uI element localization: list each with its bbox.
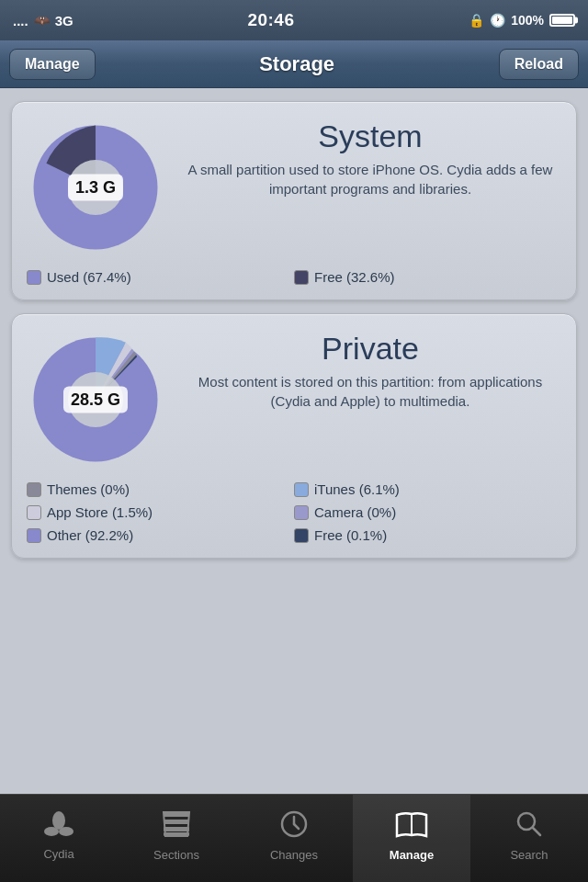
private-pie-label: 28.5 G	[63, 387, 128, 413]
nav-title: Storage	[259, 52, 334, 76]
svg-point-6	[52, 811, 65, 830]
tab-manage-label: Manage	[390, 848, 434, 862]
legend-item-appstore: App Store (1.5%)	[27, 504, 294, 520]
legend-label-private-free: Free (0.1%)	[314, 527, 387, 543]
system-legend: Used (67.4%) Free (32.6%)	[27, 269, 561, 285]
private-desc: Most content is stored on this partition…	[179, 372, 561, 411]
private-card: 28.5 G Private Most content is stored on…	[11, 313, 577, 559]
legend-label-itunes: iTunes (6.1%)	[314, 481, 400, 497]
cydia-icon	[44, 811, 74, 843]
tab-search[interactable]: Search	[470, 795, 588, 882]
legend-box-appstore	[27, 505, 41, 520]
status-left: .... 🦇 3G	[13, 13, 74, 28]
status-right: 🔒 🕐 100%	[469, 13, 575, 28]
status-time: 20:46	[247, 10, 294, 30]
legend-label-themes: Themes (0%)	[47, 481, 130, 497]
system-pie-container: 1.3 G	[27, 119, 164, 256]
main-content: 1.3 G System A small partition used to s…	[0, 88, 588, 794]
reload-button[interactable]: Reload	[499, 49, 579, 80]
legend-label-used: Used (67.4%)	[47, 269, 131, 285]
signal-text: ....	[13, 13, 28, 28]
manage-icon	[395, 810, 428, 844]
svg-line-17	[533, 828, 540, 835]
legend-box-free	[294, 270, 309, 285]
system-card-top: 1.3 G System A small partition used to s…	[27, 119, 561, 256]
tab-search-label: Search	[510, 848, 548, 862]
svg-line-14	[294, 824, 299, 829]
tab-sections[interactable]: Sections	[118, 795, 235, 882]
batman-icon: 🦇	[34, 13, 50, 28]
legend-item-used: Used (67.4%)	[27, 269, 294, 285]
legend-box-themes	[27, 482, 41, 497]
tab-manage[interactable]: Manage	[353, 795, 470, 882]
legend-label-camera: Camera (0%)	[314, 504, 396, 520]
clock-icon: 🕐	[490, 13, 505, 28]
legend-box-private-free	[294, 528, 309, 543]
system-title: System	[179, 119, 561, 154]
manage-button[interactable]: Manage	[9, 49, 96, 80]
system-card: 1.3 G System A small partition used to s…	[11, 101, 577, 300]
legend-box-itunes	[294, 482, 309, 497]
battery-percent: 100%	[511, 13, 544, 28]
svg-rect-9	[164, 827, 189, 831]
legend-label-other: Other (92.2%)	[47, 527, 133, 543]
legend-item-camera: Camera (0%)	[294, 504, 561, 520]
tab-changes[interactable]: Changes	[235, 795, 353, 882]
tab-bar: Cydia Sections Changes	[0, 794, 588, 882]
legend-box-other	[27, 528, 41, 543]
sections-icon	[162, 810, 191, 844]
legend-label-free: Free (32.6%)	[314, 269, 395, 285]
tab-cydia[interactable]: Cydia	[0, 795, 118, 882]
private-title: Private	[179, 331, 561, 367]
network-type: 3G	[55, 13, 74, 28]
system-desc: A small partition used to store iPhone O…	[179, 160, 561, 198]
battery-icon	[549, 14, 575, 27]
private-card-top: 28.5 G Private Most content is stored on…	[27, 331, 561, 469]
tab-changes-label: Changes	[270, 848, 318, 862]
system-card-text: System A small partition used to store i…	[179, 119, 561, 198]
private-card-text: Private Most content is stored on this p…	[179, 331, 561, 411]
lock-icon: 🔒	[469, 13, 484, 28]
legend-box-used	[27, 270, 41, 285]
status-bar: .... 🦇 3G 20:46 🔒 🕐 100%	[0, 0, 588, 40]
legend-item-themes: Themes (0%)	[27, 481, 294, 497]
tab-cydia-label: Cydia	[43, 847, 74, 861]
legend-item-free: Free (32.6%)	[294, 269, 561, 285]
changes-icon	[280, 810, 308, 844]
private-pie-container: 28.5 G	[27, 331, 164, 469]
search-icon	[515, 810, 543, 844]
system-pie-label: 1.3 G	[68, 175, 123, 201]
legend-item-private-free: Free (0.1%)	[294, 527, 561, 543]
legend-item-itunes: iTunes (6.1%)	[294, 481, 561, 497]
legend-box-camera	[294, 505, 309, 520]
tab-sections-label: Sections	[153, 848, 199, 862]
legend-label-appstore: App Store (1.5%)	[47, 504, 153, 520]
svg-rect-8	[164, 820, 189, 824]
private-legend: Themes (0%) iTunes (6.1%) App Store (1.5…	[27, 481, 561, 543]
legend-item-other: Other (92.2%)	[27, 527, 294, 543]
nav-bar: Manage Storage Reload	[0, 40, 588, 88]
